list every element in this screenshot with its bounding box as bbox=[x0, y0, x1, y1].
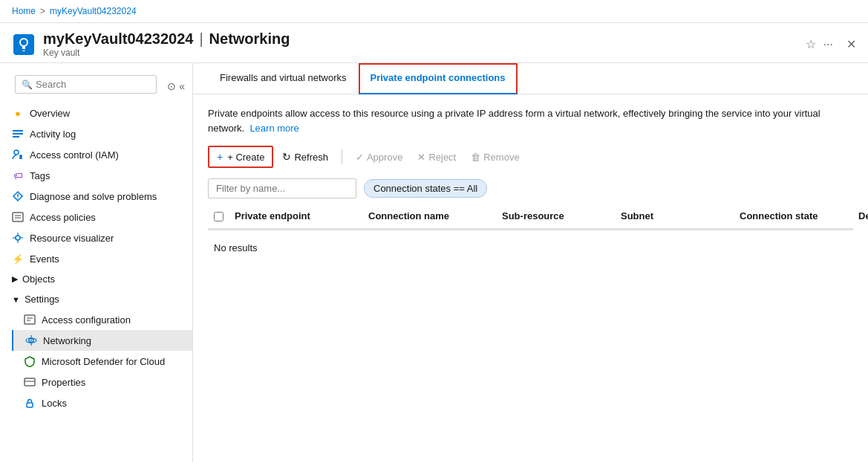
settings-expand-arrow: ▼ bbox=[12, 295, 20, 304]
col-description: Description bbox=[852, 210, 868, 224]
main-layout: 🔍 ⊙ « ● Overview Activity log Access con… bbox=[0, 63, 868, 462]
sidebar-group-settings[interactable]: ▼ Settings bbox=[0, 289, 192, 309]
properties-icon bbox=[24, 376, 36, 388]
sidebar-item-access-config[interactable]: Access configuration bbox=[12, 309, 192, 330]
policies-icon bbox=[12, 211, 24, 223]
sidebar-item-label: Access policies bbox=[30, 212, 96, 223]
search-icon: 🔍 bbox=[22, 80, 33, 90]
locks-icon bbox=[24, 397, 36, 409]
sidebar-item-defender[interactable]: Microsoft Defender for Cloud bbox=[12, 351, 192, 372]
table-header: Private endpoint Connection name Sub-res… bbox=[208, 206, 853, 230]
svg-rect-6 bbox=[13, 136, 19, 137]
breadcrumb-current[interactable]: myKeyVault04232024 bbox=[50, 6, 137, 16]
sidebar-item-label: Properties bbox=[42, 377, 85, 388]
select-all-checkbox[interactable] bbox=[214, 212, 223, 221]
sidebar-item-events[interactable]: ⚡ Events bbox=[0, 248, 192, 269]
sidebar-item-label: Activity log bbox=[30, 129, 76, 140]
settings-sub-items: Access configuration Networking Microsof… bbox=[0, 309, 192, 413]
sidebar-item-label: Microsoft Defender for Cloud bbox=[42, 356, 165, 367]
col-connection-state: Connection state bbox=[734, 210, 852, 224]
toolbar-divider-1 bbox=[342, 149, 342, 164]
remove-icon: 🗑 bbox=[471, 152, 480, 163]
sidebar-item-access-control[interactable]: Access control (IAM) bbox=[0, 144, 192, 165]
tab-private-endpoints[interactable]: Private endpoint connections bbox=[359, 63, 518, 94]
sidebar-collapse-icon[interactable]: « bbox=[179, 80, 185, 92]
header-actions: ☆ ··· ✕ bbox=[806, 37, 856, 51]
breadcrumb-bar: Home > myKeyVault04232024 bbox=[0, 0, 868, 23]
header-title-block: myKeyVault04232024 | Networking Key vaul… bbox=[43, 30, 806, 58]
page-title: Networking bbox=[209, 30, 290, 48]
favorite-icon[interactable]: ☆ bbox=[806, 37, 816, 51]
sidebar-item-overview[interactable]: ● Overview bbox=[0, 103, 192, 123]
sidebar-item-diagnose[interactable]: Diagnose and solve problems bbox=[0, 186, 192, 207]
sidebar-item-label: Tags bbox=[30, 170, 50, 181]
svg-rect-3 bbox=[22, 49, 25, 51]
connection-states-badge[interactable]: Connection states == All bbox=[364, 179, 487, 198]
page-header: myKeyVault04232024 | Networking Key vaul… bbox=[0, 23, 868, 63]
tab-firewalls[interactable]: Firewalls and virtual networks bbox=[208, 63, 359, 94]
breadcrumb-home[interactable]: Home bbox=[12, 6, 36, 16]
remove-button[interactable]: 🗑 Remove bbox=[465, 148, 525, 166]
search-box: 🔍 bbox=[15, 75, 157, 94]
learn-more-link[interactable]: Learn more bbox=[249, 123, 298, 134]
svg-rect-4 bbox=[13, 130, 23, 132]
sidebar-item-label: Networking bbox=[43, 335, 91, 346]
sidebar-item-resource-visualizer[interactable]: Resource visualizer bbox=[0, 227, 192, 248]
keyvault-icon bbox=[12, 33, 36, 56]
activity-icon bbox=[12, 128, 24, 140]
filter-input[interactable] bbox=[208, 178, 356, 198]
sidebar-item-activity-log[interactable]: Activity log bbox=[0, 123, 192, 144]
more-icon[interactable]: ··· bbox=[823, 38, 833, 51]
create-button[interactable]: + + Create bbox=[208, 146, 273, 168]
svg-rect-5 bbox=[13, 133, 23, 135]
tabs-bar: Firewalls and virtual networks Private e… bbox=[193, 63, 868, 94]
sidebar-item-locks[interactable]: Locks bbox=[12, 392, 192, 413]
config-icon bbox=[24, 314, 36, 326]
breadcrumb-sep: > bbox=[40, 6, 45, 16]
overview-icon: ● bbox=[12, 107, 24, 119]
sidebar-item-label: Events bbox=[30, 253, 59, 265]
sidebar-item-properties[interactable]: Properties bbox=[12, 372, 192, 392]
networking-icon bbox=[25, 334, 37, 346]
sidebar: 🔍 ⊙ « ● Overview Activity log Access con… bbox=[0, 63, 193, 462]
sidebar-item-label: Access control (IAM) bbox=[30, 149, 119, 161]
reject-button[interactable]: ✕ Reject bbox=[411, 148, 462, 166]
sidebar-item-label: Locks bbox=[42, 398, 67, 409]
svg-rect-19 bbox=[25, 315, 35, 324]
refresh-button[interactable]: ↻ Refresh bbox=[276, 147, 334, 166]
sidebar-filter-icon[interactable]: ⊙ bbox=[167, 80, 176, 92]
resource-type: Key vault bbox=[43, 48, 806, 58]
sidebar-group-label: Objects bbox=[22, 274, 55, 285]
toolbar: + + Create ↻ Refresh ✓ Approve ✕ Reject bbox=[208, 146, 853, 168]
diagnose-icon bbox=[12, 190, 24, 202]
sidebar-item-access-policies[interactable]: Access policies bbox=[0, 207, 192, 227]
objects-expand-arrow: ▶ bbox=[12, 274, 18, 284]
events-icon: ⚡ bbox=[12, 253, 24, 265]
filter-row: Connection states == All bbox=[208, 178, 853, 198]
svg-point-14 bbox=[16, 236, 20, 240]
col-checkbox bbox=[208, 210, 229, 224]
description-text: Private endpoints allow access to this r… bbox=[208, 106, 853, 135]
close-button[interactable]: ✕ bbox=[846, 37, 856, 51]
sidebar-item-networking[interactable]: Networking bbox=[12, 330, 192, 351]
main-content: Firewalls and virtual networks Private e… bbox=[193, 63, 868, 462]
sidebar-group-label: Settings bbox=[25, 294, 59, 305]
svg-rect-25 bbox=[25, 378, 35, 386]
search-input[interactable] bbox=[36, 79, 150, 90]
svg-rect-27 bbox=[27, 403, 33, 407]
col-connection-name: Connection name bbox=[362, 210, 496, 224]
sidebar-item-label: Access configuration bbox=[42, 314, 131, 326]
breadcrumb: Home > myKeyVault04232024 bbox=[12, 6, 137, 16]
sidebar-item-label: Resource visualizer bbox=[30, 233, 114, 244]
svg-rect-11 bbox=[13, 213, 23, 221]
content-area: Private endpoints allow access to this r… bbox=[193, 94, 868, 277]
approve-icon: ✓ bbox=[356, 152, 364, 163]
svg-rect-0 bbox=[13, 34, 34, 55]
sidebar-item-label: Overview bbox=[30, 108, 70, 119]
sidebar-item-tags[interactable]: 🏷 Tags bbox=[0, 165, 192, 186]
no-results-message: No results bbox=[208, 230, 853, 265]
sidebar-group-objects[interactable]: ▶ Objects bbox=[0, 269, 192, 289]
refresh-icon: ↻ bbox=[282, 151, 291, 163]
approve-button[interactable]: ✓ Approve bbox=[350, 148, 408, 166]
iam-icon bbox=[12, 149, 24, 161]
